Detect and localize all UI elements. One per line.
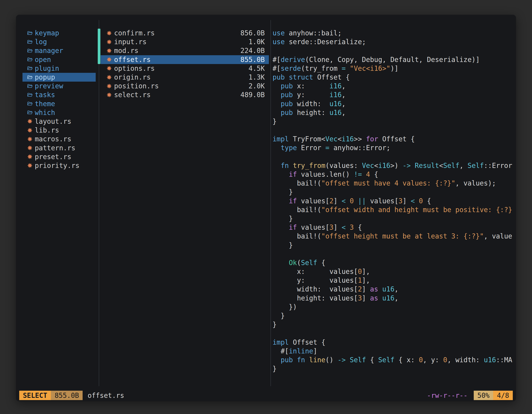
code-line: } <box>273 188 513 196</box>
file-name: position.rs <box>114 82 247 90</box>
code-line: } <box>273 241 513 250</box>
file-row-origin.rs[interactable]: origin.rs1.3K <box>101 73 269 82</box>
file-row-select.rs[interactable]: select.rs489.0B <box>101 90 269 99</box>
code-line: } <box>273 320 513 329</box>
mode-badge: SELECT <box>19 391 51 400</box>
sidebar-folder-which[interactable]: which <box>22 108 96 117</box>
sidebar-file-layout.rs[interactable]: layout.rs <box>22 117 96 126</box>
scroll-indicator <box>98 29 100 64</box>
code-line <box>273 250 513 258</box>
sidebar-folder-plugin[interactable]: plugin <box>22 64 96 73</box>
open-folder-icon <box>27 48 33 54</box>
code-line: impl Offset { <box>273 338 513 347</box>
sidebar-file-pattern.rs[interactable]: pattern.rs <box>22 143 96 152</box>
open-folder-icon <box>27 75 33 80</box>
sidebar-folder-popup[interactable]: popup <box>22 73 96 82</box>
code-line: #[inline] <box>273 347 513 356</box>
code-line: bail!("offset must have 4 values: {:?}",… <box>273 179 513 188</box>
code-line: if values[2] < 0 || values[3] < 0 { <box>273 197 513 205</box>
folder-name: theme <box>35 100 55 108</box>
open-folder-icon <box>27 101 33 106</box>
pane-divider-left <box>99 20 99 386</box>
pane-divider-right <box>270 20 271 386</box>
status-right-group: -rw-r--r-- 50% 4/8 <box>427 391 513 400</box>
sidebar-folder-tasks[interactable]: tasks <box>22 90 96 99</box>
code-line: width: values[2] as u16, <box>273 285 513 294</box>
rust-gear-icon <box>106 66 112 71</box>
code-line: #[derive(Clone, Copy, Debug, Default, De… <box>273 55 513 64</box>
folder-name: keymap <box>35 29 59 37</box>
code-line: } <box>273 311 513 320</box>
file-size: 1.0K <box>249 38 265 46</box>
rust-gear-icon <box>106 48 112 54</box>
sidebar-folder-preview[interactable]: preview <box>22 82 96 90</box>
sidebar-file-preset.rs[interactable]: preset.rs <box>22 152 96 161</box>
folder-name: open <box>35 56 51 64</box>
open-folder-icon <box>27 110 33 115</box>
folder-name: log <box>35 38 47 46</box>
code-line: } <box>273 117 513 126</box>
permissions-text: -rw-r--r-- <box>427 392 468 399</box>
file-name: input.rs <box>114 38 247 46</box>
code-line: pub struct Offset { <box>273 73 513 82</box>
folder-name: tasks <box>35 91 55 99</box>
terminal-window: keymaplogmanageropenpluginpopuppreviewta… <box>16 15 516 401</box>
sidebar-folder-log[interactable]: log <box>22 38 96 46</box>
code-line: } <box>273 364 513 373</box>
open-folder-icon <box>27 57 33 62</box>
folder-name: which <box>35 109 55 116</box>
file-row-offset.rs[interactable]: offset.rs855.0B <box>101 55 269 64</box>
code-line: x: values[0], <box>273 267 513 276</box>
rust-gear-icon <box>106 83 112 89</box>
code-line: if values[3] < 3 { <box>273 223 513 232</box>
status-filename: offset.rs <box>87 392 124 399</box>
code-line: height: values[3] as u16, <box>273 294 513 303</box>
code-line: use anyhow::bail; <box>273 29 513 38</box>
file-name: confirm.rs <box>114 29 238 37</box>
sidebar-file-priority.rs[interactable]: priority.rs <box>22 161 96 170</box>
file-name: layout.rs <box>35 117 71 125</box>
parent-pane: keymaplogmanageropenpluginpopuppreviewta… <box>22 29 96 170</box>
file-size: 489.0B <box>240 91 265 99</box>
sidebar-folder-open[interactable]: open <box>22 55 96 64</box>
file-name: priority.rs <box>35 162 80 170</box>
current-pane: confirm.rs856.0Binput.rs1.0Kmod.rs224.0B… <box>101 29 269 99</box>
sidebar-file-macros.rs[interactable]: macros.rs <box>22 135 96 143</box>
open-folder-icon <box>27 83 33 89</box>
file-row-confirm.rs[interactable]: confirm.rs856.0B <box>101 29 269 38</box>
code-line: y: values[1], <box>273 276 513 285</box>
code-line: if values.len() != 4 { <box>273 170 513 179</box>
sidebar-folder-manager[interactable]: manager <box>22 46 96 55</box>
file-name: lib.rs <box>35 126 59 134</box>
open-folder-icon <box>27 92 33 98</box>
sidebar-file-lib.rs[interactable]: lib.rs <box>22 126 96 135</box>
percent-badge: 50% <box>474 391 493 400</box>
file-row-position.rs[interactable]: position.rs2.0K <box>101 82 269 90</box>
code-line: impl TryFrom<Vec<i16>> for Offset { <box>273 135 513 143</box>
sidebar-folder-theme[interactable]: theme <box>22 99 96 108</box>
sidebar-folder-keymap[interactable]: keymap <box>22 29 96 38</box>
file-name: offset.rs <box>114 56 238 64</box>
code-line: type Error = anyhow::Error; <box>273 143 513 152</box>
file-row-input.rs[interactable]: input.rs1.0K <box>101 38 269 46</box>
screen: { "app": "yazi-terminal-file-manager", "… <box>0 0 532 414</box>
size-badge: 855.0B <box>51 391 83 400</box>
file-name: mod.rs <box>114 47 238 55</box>
code-line: pub y: i16, <box>273 90 513 99</box>
file-size: 224.0B <box>240 47 265 55</box>
code-line: bail!("offset height must be at least 3:… <box>273 232 513 241</box>
code-line: pub height: u16, <box>273 108 513 117</box>
file-name: options.rs <box>114 64 247 72</box>
file-name: macros.rs <box>35 135 71 143</box>
file-row-options.rs[interactable]: options.rs4.5K <box>101 64 269 73</box>
rust-gear-icon <box>106 39 112 45</box>
file-row-mod.rs[interactable]: mod.rs224.0B <box>101 46 269 55</box>
rust-gear-icon <box>27 163 33 168</box>
file-size: 1.3K <box>249 73 265 81</box>
file-size: 2.0K <box>249 82 265 90</box>
code-line: }) <box>273 303 513 311</box>
file-name: pattern.rs <box>35 144 76 152</box>
status-bar: SELECT 855.0B offset.rs -rw-r--r-- 50% 4… <box>19 391 513 400</box>
code-line: bail!("offset width and height must be p… <box>273 205 513 214</box>
code-line <box>273 329 513 338</box>
